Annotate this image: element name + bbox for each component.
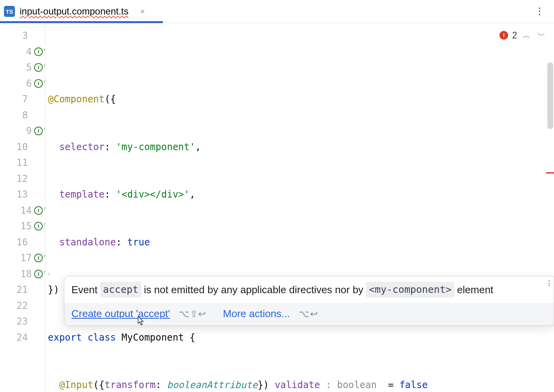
line-number: 9 [18,125,32,136]
implements-icon[interactable]: I [34,79,43,88]
editor: 34I5I6I789I1011121314I15I1617I18I›212223… [0,23,554,392]
gutter-row: 3 [0,28,45,44]
tab-title: input-output.component.ts [20,6,129,17]
popup-message: Event accept is not emitted by any appli… [64,276,554,303]
error-marker[interactable] [546,172,554,174]
prev-error-icon[interactable]: ︿ [521,27,532,44]
implements-icon[interactable]: I [34,254,43,262]
line-number: 7 [14,94,28,105]
close-icon[interactable]: × [140,7,145,16]
implements-icon[interactable]: I [34,47,43,56]
gutter-row: 17I [0,250,45,266]
gutter-row: 4I [0,44,45,60]
gutter-row: 12 [0,171,45,187]
line-number: 5 [18,62,32,73]
popup-options-icon[interactable] [549,280,550,286]
popup-actions: Create output 'accept' ⌥⇧↩ More actions.… [64,303,554,325]
gutter-row: 18I› [0,266,45,282]
line-number: 11 [14,157,28,168]
gutter-row: 16 [0,234,45,250]
create-output-action[interactable]: Create output 'accept' [71,308,170,320]
code-area[interactable]: ! 2 ︿ ﹀ @Component({ selector: 'my-compo… [46,23,554,392]
line-number: 14 [18,205,32,216]
shortcut-hint: ⌥↩ [299,309,318,319]
gutter-row: 23 [0,314,45,330]
active-tab[interactable]: TS input-output.component.ts × [0,0,151,23]
inspection-popup: Event accept is not emitted by any appli… [64,276,554,326]
line-number: 6 [18,78,32,89]
line-number: 18 [18,269,32,279]
gutter-row: 10 [0,139,45,155]
gutter-row: 14I [0,203,45,219]
more-actions[interactable]: More actions... [223,308,290,320]
line-number: 4 [18,46,32,57]
line-number: 10 [14,142,28,152]
tab-options-icon[interactable] [534,0,545,23]
line-number: 15 [18,221,32,232]
line-number: 23 [14,316,28,327]
line-number: 16 [14,237,28,248]
line-number: 17 [18,252,32,263]
line-number: 24 [14,332,28,343]
gutter-row: 8 [0,107,45,123]
tab-bar: TS input-output.component.ts × [0,0,554,23]
gutter-row: 6I [0,76,45,92]
line-number: 21 [14,284,28,295]
next-error-icon[interactable]: ﹀ [536,27,547,44]
implements-icon[interactable]: I [34,63,43,72]
line-number: 8 [14,110,28,121]
gutter-row: 7 [0,91,45,107]
gutter: 34I5I6I789I1011121314I15I1617I18I›212223… [0,23,46,392]
gutter-row: 24 [0,330,45,346]
scrollbar[interactable] [546,23,554,392]
implements-icon[interactable]: I [34,222,43,230]
line-number: 12 [14,173,28,184]
gutter-row: 11 [0,155,45,171]
gutter-row: 9I [0,123,45,139]
gutter-row: 22 [0,298,45,314]
shortcut-hint: ⌥⇧↩ [179,309,206,319]
gutter-row: 5I [0,60,45,76]
error-icon: ! [499,31,508,40]
gutter-row: 21 [0,282,45,298]
error-count: 2 [512,27,517,44]
implements-icon[interactable]: I [34,206,43,215]
line-number: 3 [14,30,28,41]
implements-icon[interactable]: I [34,127,43,135]
gutter-row: 13 [0,187,45,203]
line-number: 22 [14,300,28,311]
scrollbar-thumb[interactable] [547,62,553,129]
inspection-status[interactable]: ! 2 ︿ ﹀ [499,27,547,44]
line-number: 13 [14,189,28,200]
typescript-file-icon: TS [4,6,15,17]
implements-icon[interactable]: I [34,270,43,278]
gutter-row: 15I [0,218,45,234]
